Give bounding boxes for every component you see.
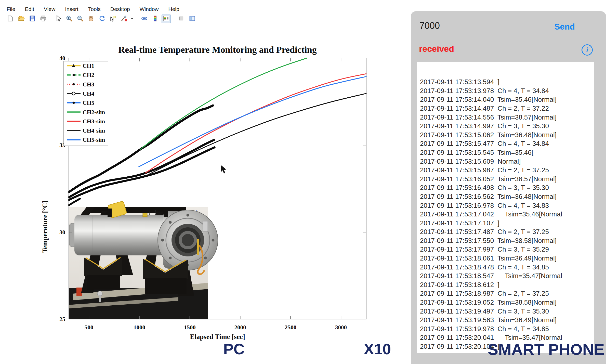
log-row: 2017-09-11 17:53:19.978 Ch = 4, T = 34.8… <box>420 324 594 333</box>
log-row: 2017-09-11 17:53:15.545 Tsim=35.46[ <box>420 148 594 157</box>
y-tick-label: 30 <box>59 229 65 236</box>
log-row: 2017-09-11 17:53:17.107 ] <box>420 219 594 228</box>
legend-label: CH2-sim <box>83 109 105 115</box>
chart-series <box>69 58 366 205</box>
legend-label: CH4 <box>83 90 95 97</box>
y-axis-label: Temperature [°C] <box>41 201 49 253</box>
log-row: 2017-09-11 17:53:16.498 Ch = 3, T = 35.3… <box>420 183 594 192</box>
legend-label: CH1 <box>83 63 94 69</box>
log-row: 2017-09-11 17:53:16.978 Ch = 4, T = 34.8… <box>420 201 594 210</box>
legend-label: CH5-sim <box>83 137 105 143</box>
log-row: 2017-09-11 17:53:17.997 Ch = 3, T = 35.2… <box>420 245 594 254</box>
series-CH2-sim <box>140 58 307 149</box>
y-tick-label: 25 <box>59 316 65 322</box>
x-tick-label: 1000 <box>134 324 145 331</box>
log-row: 2017-09-11 17:53:18.547 Tsim=35.47[Norma… <box>420 271 594 280</box>
legend-label: CH3-sim <box>83 118 105 125</box>
matlab-figure-window: FileEditViewInsertToolsDesktopWindowHelp <box>0 0 408 364</box>
message-input[interactable]: 7000 <box>419 20 440 31</box>
log-row: 2017-09-11 17:53:14.487 Ch = 2, T = 37.2… <box>420 104 594 113</box>
send-button[interactable]: Send <box>554 22 575 32</box>
log-row: 2017-09-11 17:53:17.487 Ch = 2, T = 37.2… <box>420 227 594 236</box>
log-row: 2017-09-11 17:53:13.594 ] <box>420 77 594 86</box>
smartphone-panel: 7000 Send received i 2017-09-11 17:53:13… <box>411 11 606 364</box>
received-label: received <box>419 44 454 54</box>
legend-label: CH2 <box>83 72 94 78</box>
x-tick-label: 2500 <box>285 324 296 331</box>
y-tick-label: 40 <box>59 55 65 61</box>
smartphone-label: SMART PHONE <box>488 342 604 357</box>
chart-title: Real-time Temperature Monitoring and Pre… <box>118 45 317 55</box>
log-row: 2017-09-11 17:53:14.556 Tsim=38.57[Norma… <box>420 113 594 122</box>
x-tick-label: 2000 <box>234 324 246 331</box>
log-row: 2017-09-11 17:53:15.609 Normal] <box>420 157 594 166</box>
legend-label: CH3 <box>83 81 94 88</box>
log-row: 2017-09-11 17:53:14.997 Ch = 3, T = 35.3… <box>420 122 594 131</box>
log-row: 2017-09-11 17:53:15.987 Ch = 2, T = 37.2… <box>420 166 594 175</box>
log-row: 2017-09-11 17:53:15.062 Tsim=36.48[Norma… <box>420 131 594 139</box>
pc-label: PC <box>216 342 252 357</box>
legend-label: CH4-sim <box>83 127 105 134</box>
info-icon[interactable]: i <box>582 44 593 56</box>
log-row: 2017-09-11 17:53:13.978 Ch = 4, T = 34.8… <box>420 86 594 95</box>
log-row: 2017-09-11 17:53:15.477 Ch = 4, T = 34.8… <box>420 139 594 148</box>
log-row: 2017-09-11 17:53:19.052 Tsim=38.58[Norma… <box>420 298 594 307</box>
x-tick-label: 3000 <box>335 324 347 331</box>
x-axis-label: Elapsed Time [sec] <box>190 333 245 341</box>
temperature-chart: 5001000150020002500300025303540Real-time… <box>0 0 408 364</box>
log-row: 2017-09-11 17:53:14.040 Tsim=35.46[Norma… <box>420 95 594 104</box>
log-row: 2017-09-11 17:53:16.052 Tsim=38.57[Norma… <box>420 175 594 184</box>
log-row: 2017-09-11 17:53:18.061 Tsim=36.49[Norma… <box>420 254 594 263</box>
chart-legend[interactable]: CH1CH2CH3CH4CH5CH2-simCH3-simCH4-simCH5-… <box>64 61 108 146</box>
x10-label: X10 <box>358 342 397 357</box>
log-row: 2017-09-11 17:53:19.563 Tsim=36.49[Norma… <box>420 316 594 324</box>
spindle-photo-inset <box>69 201 218 319</box>
x-tick-label: 500 <box>85 324 94 331</box>
mouse-cursor <box>221 165 227 174</box>
log-row: 2017-09-11 17:53:19.497 Ch = 3, T = 35.3… <box>420 307 594 316</box>
log-row: 2017-09-11 17:53:18.612 ] <box>420 280 594 289</box>
received-log-list[interactable]: 2017-09-11 17:53:13.594 ]2017-09-11 17:5… <box>417 62 594 353</box>
series-CH5-sim <box>139 76 366 167</box>
log-row: 2017-09-11 17:53:17.550 Tsim=38.58[Norma… <box>420 236 594 245</box>
x-tick-label: 1500 <box>184 324 196 331</box>
legend-label: CH5 <box>83 100 94 106</box>
log-row: 2017-09-11 17:53:17.042 Tsim=35.46[Norma… <box>420 210 594 219</box>
log-row: 2017-09-11 17:53:18.478 Ch = 4, T = 34.8… <box>420 263 594 272</box>
log-row: 2017-09-11 17:53:18.987 Ch = 2, T = 37.2… <box>420 289 594 298</box>
log-row: 2017-09-11 17:53:16.562 Tsim=36.48[Norma… <box>420 192 594 201</box>
